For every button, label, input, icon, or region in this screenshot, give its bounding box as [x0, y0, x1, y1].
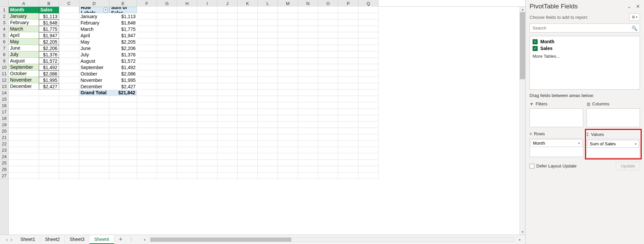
- cell-C4[interactable]: [59, 26, 79, 32]
- cell-A21[interactable]: [9, 134, 39, 141]
- cell-O4[interactable]: [318, 26, 338, 32]
- cell-D20[interactable]: [79, 128, 109, 134]
- cell-A3[interactable]: February: [9, 19, 39, 26]
- cell-A27[interactable]: [9, 173, 39, 179]
- cell-C20[interactable]: [59, 128, 79, 134]
- cell-A8[interactable]: July: [9, 51, 39, 58]
- cell-L14[interactable]: [258, 90, 278, 96]
- cell-D11[interactable]: October: [79, 70, 109, 77]
- cell-E24[interactable]: [109, 153, 137, 160]
- cell-G1[interactable]: [157, 7, 177, 13]
- row-header-19[interactable]: 19: [0, 121, 8, 128]
- column-header-P[interactable]: P: [338, 0, 358, 7]
- cell-G26[interactable]: [157, 166, 177, 173]
- cell-A24[interactable]: [9, 153, 39, 160]
- cell-F11[interactable]: [137, 70, 157, 77]
- cell-E1[interactable]: Sum of Sales: [109, 7, 137, 13]
- update-button[interactable]: Update: [616, 162, 640, 170]
- cell-P17[interactable]: [338, 109, 358, 115]
- cell-P15[interactable]: [338, 96, 358, 102]
- cell-M4[interactable]: [278, 26, 298, 32]
- cell-I9[interactable]: [197, 58, 217, 64]
- cell-Q20[interactable]: [358, 128, 379, 134]
- cell-N15[interactable]: [298, 96, 318, 102]
- cell-N27[interactable]: [298, 173, 318, 179]
- cell-E10[interactable]: $1,492: [109, 64, 137, 70]
- cell-L21[interactable]: [258, 134, 278, 141]
- cell-N3[interactable]: [298, 19, 318, 26]
- cell-G12[interactable]: [157, 77, 177, 83]
- cell-N5[interactable]: [298, 32, 318, 39]
- cell-K7[interactable]: [238, 45, 258, 51]
- cell-Q3[interactable]: [358, 19, 379, 26]
- cell-E19[interactable]: [109, 121, 137, 128]
- cell-M7[interactable]: [278, 45, 298, 51]
- cell-D23[interactable]: [79, 147, 109, 153]
- cell-D26[interactable]: [79, 166, 109, 173]
- cell-Q16[interactable]: [358, 102, 379, 109]
- cell-H19[interactable]: [177, 121, 197, 128]
- cell-K18[interactable]: [238, 115, 258, 121]
- row-header-18[interactable]: 18: [0, 115, 8, 121]
- cell-L19[interactable]: [258, 121, 278, 128]
- cell-N19[interactable]: [298, 121, 318, 128]
- cell-D12[interactable]: November: [79, 77, 109, 83]
- cell-N7[interactable]: [298, 45, 318, 51]
- cell-O7[interactable]: [318, 45, 338, 51]
- cell-G14[interactable]: [157, 90, 177, 96]
- cell-F17[interactable]: [137, 109, 157, 115]
- cell-Q6[interactable]: [358, 39, 379, 45]
- cell-M9[interactable]: [278, 58, 298, 64]
- cell-L27[interactable]: [258, 173, 278, 179]
- cell-B1[interactable]: Sales: [39, 7, 59, 13]
- cell-F8[interactable]: [137, 51, 157, 58]
- row-header-9[interactable]: 9: [0, 58, 8, 64]
- cell-L20[interactable]: [258, 128, 278, 134]
- cell-P11[interactable]: [338, 70, 358, 77]
- cell-F9[interactable]: [137, 58, 157, 64]
- cell-P23[interactable]: [338, 147, 358, 153]
- hscroll-left-icon[interactable]: ◂: [142, 237, 147, 242]
- cell-N10[interactable]: [298, 64, 318, 70]
- cell-K22[interactable]: [238, 141, 258, 147]
- cell-H17[interactable]: [177, 109, 197, 115]
- cell-L26[interactable]: [258, 166, 278, 173]
- cell-J7[interactable]: [217, 45, 238, 51]
- cell-I25[interactable]: [197, 160, 217, 166]
- cell-G18[interactable]: [157, 115, 177, 121]
- cell-M21[interactable]: [278, 134, 298, 141]
- cell-O18[interactable]: [318, 115, 338, 121]
- cell-M25[interactable]: [278, 160, 298, 166]
- cell-H14[interactable]: [177, 90, 197, 96]
- cell-G6[interactable]: [157, 39, 177, 45]
- cell-O21[interactable]: [318, 134, 338, 141]
- cell-E3[interactable]: $1,648: [109, 19, 137, 26]
- cell-P20[interactable]: [338, 128, 358, 134]
- cell-K26[interactable]: [238, 166, 258, 173]
- cell-J14[interactable]: [217, 90, 238, 96]
- cell-O1[interactable]: [318, 7, 338, 13]
- cell-B13[interactable]: $2,427: [39, 83, 59, 90]
- row-header-24[interactable]: 24: [0, 153, 8, 160]
- scroll-down-icon[interactable]: ▾: [520, 229, 525, 235]
- cell-H24[interactable]: [177, 153, 197, 160]
- cell-H8[interactable]: [177, 51, 197, 58]
- cell-A5[interactable]: April: [9, 32, 39, 39]
- row-header-7[interactable]: 7: [0, 45, 8, 51]
- cell-Q7[interactable]: [358, 45, 379, 51]
- cell-E25[interactable]: [109, 160, 137, 166]
- cell-P18[interactable]: [338, 115, 358, 121]
- cell-P24[interactable]: [338, 153, 358, 160]
- cell-E11[interactable]: $2,086: [109, 70, 137, 77]
- columns-area[interactable]: ▥Columns: [587, 101, 640, 127]
- cell-E5[interactable]: $1,947: [109, 32, 137, 39]
- cell-D4[interactable]: March: [79, 26, 109, 32]
- cell-F22[interactable]: [137, 141, 157, 147]
- cell-I8[interactable]: [197, 51, 217, 58]
- cell-C9[interactable]: [59, 58, 79, 64]
- cell-A26[interactable]: [9, 166, 39, 173]
- cell-H27[interactable]: [177, 173, 197, 179]
- next-sheet-icon[interactable]: ›: [10, 237, 12, 243]
- cell-B15[interactable]: [39, 96, 59, 102]
- cell-N9[interactable]: [298, 58, 318, 64]
